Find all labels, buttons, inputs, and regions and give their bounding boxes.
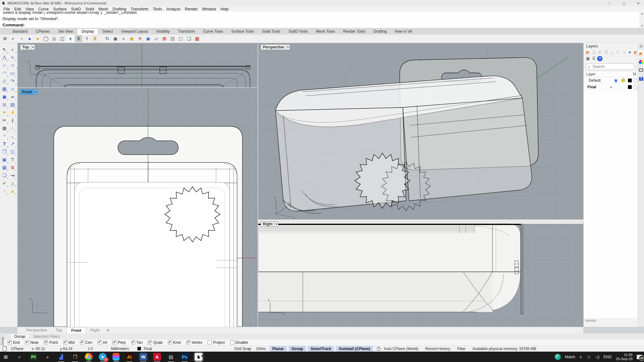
osnap-cen[interactable]: Cen <box>80 340 92 345</box>
polygon-icon[interactable]: ◇ <box>1 77 8 85</box>
osnap-toggle[interactable]: Osnap <box>289 346 306 352</box>
units-button[interactable]: Millimeters <box>110 347 137 351</box>
box-icon[interactable]: ◼ <box>1 93 8 101</box>
notification-center-icon[interactable]: 20 <box>637 355 642 359</box>
layer-search-input[interactable] <box>592 64 631 69</box>
menu-curve[interactable]: Curve <box>36 7 51 11</box>
menu-mesh[interactable]: Mesh <box>96 7 110 11</box>
osnap-perp[interactable]: Perp <box>112 340 125 345</box>
audio-levels-icon[interactable]: ▟ <box>57 353 65 361</box>
layer-search-box[interactable]: ⌕ <box>586 63 635 70</box>
cplane-button[interactable]: CPlane <box>10 347 31 351</box>
tab-standard[interactable]: Standard <box>8 29 32 35</box>
add-viewport-icon[interactable]: ✚ <box>104 328 112 332</box>
hidden-icons-chevron[interactable]: ∧ <box>579 355 582 359</box>
close-button[interactable]: ✕ <box>635 2 641 5</box>
grid-snap-toggle[interactable]: Grid Snap <box>233 347 253 351</box>
grid-view-icon[interactable]: ▦ <box>585 56 591 61</box>
cplane-target-icon[interactable]: ✛ <box>136 35 143 42</box>
notes-app-icon[interactable]: ▤ <box>167 353 175 361</box>
vase-wire-icon[interactable]: ⚱ <box>83 35 90 42</box>
menu-edit[interactable]: Edit <box>12 7 23 11</box>
language-indicator[interactable]: ENG <box>603 355 612 359</box>
pt-app-icon[interactable]: Pt <box>30 353 37 361</box>
word-icon[interactable]: W <box>139 353 147 361</box>
osnap-end[interactable]: End <box>8 340 19 345</box>
viewport-perspective[interactable]: Perspective ▾ <box>258 43 583 219</box>
search-button[interactable]: ⌕ <box>16 353 24 361</box>
export-package-icon[interactable]: ❏ <box>186 35 192 42</box>
rhino-icon[interactable]: ♞8 <box>195 353 203 361</box>
tab-visibility[interactable]: Visibility <box>152 29 174 35</box>
chevron-down-icon[interactable]: ▾ <box>286 45 290 50</box>
command-prompt[interactable]: Command: <box>0 22 644 28</box>
mesh-surface-icon[interactable]: ▤ <box>9 101 17 109</box>
osnap-point[interactable]: Point <box>44 340 58 345</box>
tab-selection-filters[interactable]: Selection Filters <box>29 334 64 339</box>
move-down-icon[interactable]: ▽ <box>615 50 620 55</box>
filter-button[interactable]: Filter <box>456 347 467 351</box>
polyline-icon[interactable]: ⋀ <box>1 54 8 62</box>
arctic-display-icon[interactable]: ᴥ <box>67 35 74 42</box>
wifi-icon[interactable]: ◠ <box>586 355 591 359</box>
wireframe-display-icon[interactable]: ⊕ <box>2 35 8 42</box>
flow-curve-icon[interactable]: ↝ <box>9 172 17 179</box>
smarttrack-toggle[interactable]: SmartTrack <box>308 346 334 352</box>
current-layer-button[interactable]: Final <box>142 347 183 351</box>
viewport-tab-perspective[interactable]: Perspective <box>22 327 51 333</box>
tab-set-view[interactable]: Set View <box>54 29 77 35</box>
file-explorer-icon[interactable]: ❐ <box>71 353 79 361</box>
tab-mesh-tools[interactable]: Mesh Tools <box>312 29 339 35</box>
explode-icon[interactable]: ✶ <box>1 109 8 117</box>
monitor-display-icon[interactable]: ⊡ <box>169 35 176 42</box>
record-history-toggle[interactable]: Record History <box>424 347 451 351</box>
shaded-gray-display-icon[interactable]: ◑ <box>18 35 25 42</box>
telegram-icon[interactable]: ➤17 <box>99 353 107 361</box>
curve-blend-icon[interactable]: ↷ <box>9 77 17 85</box>
menu-view[interactable]: View <box>23 7 36 11</box>
match-app-label[interactable]: Match <box>565 355 575 359</box>
delete-layer-icon[interactable]: ✕ <box>597 50 602 55</box>
curve-icon[interactable]: ∿ <box>9 54 17 62</box>
chevron-down-icon[interactable]: ▾ <box>275 222 278 227</box>
scale-icon[interactable]: ↗ <box>9 140 17 148</box>
help-icon[interactable]: ? <box>597 56 602 61</box>
tab-curve-tools[interactable]: Curve Tools <box>199 29 227 35</box>
osnap-mid[interactable]: Mid <box>63 340 75 345</box>
osnap-knot[interactable]: Knot <box>168 340 181 345</box>
viewport-tab-right[interactable]: Right <box>86 327 104 333</box>
scroll-down-icon[interactable] <box>641 25 643 27</box>
ghosted-display-icon[interactable]: ◯ <box>42 35 49 42</box>
copy-icon[interactable]: ❐ <box>1 148 8 156</box>
boolean-union-icon[interactable]: ◍ <box>1 124 8 132</box>
panel-tab-help[interactable]: ? <box>638 74 644 83</box>
xray-display-icon[interactable]: ◎ <box>51 35 58 42</box>
osnap-disable[interactable]: Disable <box>230 340 248 345</box>
viewport-top[interactable]: Top ▾ <box>18 43 258 87</box>
fillet-flash-icon[interactable]: ⚡ <box>9 109 17 117</box>
filter-icon[interactable]: ▼ <box>627 50 632 55</box>
array-linear-icon[interactable]: ≣ <box>9 164 17 172</box>
acrobat-icon[interactable]: A <box>153 353 161 361</box>
menu-surface[interactable]: Surface <box>51 7 69 11</box>
planar-toggle[interactable]: Planar <box>269 346 287 352</box>
osnap-int[interactable]: Int <box>97 340 107 345</box>
volume-icon[interactable]: ◁) <box>595 355 599 359</box>
gumball-toggle[interactable]: Gumball (CPlane) <box>336 346 373 352</box>
osnap-tan[interactable]: Tan <box>131 340 142 345</box>
array-grid-icon[interactable]: ▦ <box>1 164 8 172</box>
chrome-icon[interactable] <box>85 353 93 361</box>
surface-plane-icon[interactable]: ▱ <box>9 85 17 93</box>
primitives-icon[interactable]: ◬ <box>9 179 17 187</box>
viewport-tab-front[interactable]: Front <box>66 327 86 333</box>
minimize-button[interactable]: ─ <box>606 2 613 5</box>
menu-window[interactable]: Window <box>200 7 218 11</box>
menu-help[interactable]: Help <box>218 7 231 11</box>
new-layer-icon[interactable]: ◩ <box>585 50 591 55</box>
viewport-right[interactable]: Right ▾ <box>258 220 583 327</box>
auto-cplane-button[interactable]: Auto CPlane (World) <box>382 347 419 351</box>
pyramid-icon[interactable]: ▲ <box>9 187 17 195</box>
tab-drafting[interactable]: Drafting <box>369 29 391 35</box>
extrude-solid-icon[interactable]: ▣ <box>1 156 8 164</box>
figma-icon[interactable] <box>113 353 119 361</box>
